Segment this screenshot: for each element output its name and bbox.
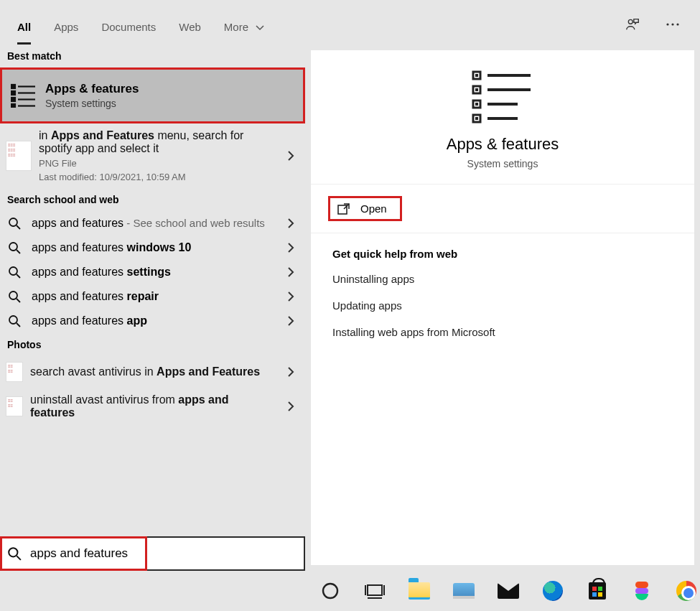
web-result-text: apps and features repair — [32, 290, 274, 303]
open-external-icon — [337, 203, 350, 215]
chevron-right-icon[interactable] — [282, 218, 299, 229]
best-match-result[interactable]: Apps & features System settings — [0, 67, 305, 123]
section-school-web: Search school and web — [0, 188, 305, 211]
svg-line-21 — [17, 323, 20, 327]
web-result-text: apps and features app — [32, 314, 274, 327]
svg-rect-31 — [475, 103, 478, 106]
svg-rect-28 — [475, 88, 478, 91]
search-box[interactable] — [0, 536, 305, 571]
section-best-match: Best match — [0, 45, 305, 67]
tab-all[interactable]: All — [6, 6, 42, 45]
search-icon — [6, 314, 23, 327]
svg-rect-25 — [475, 74, 478, 77]
web-result-text: apps and features - See school and web r… — [32, 217, 274, 230]
svg-line-23 — [17, 556, 21, 560]
search-icon — [6, 217, 23, 230]
edge-icon[interactable] — [541, 579, 565, 603]
chevron-right-icon[interactable] — [282, 366, 299, 378]
web-result-4[interactable]: apps and features app — [0, 309, 305, 333]
svg-rect-38 — [368, 585, 382, 595]
search-input[interactable] — [29, 546, 298, 561]
task-view-icon[interactable] — [363, 579, 387, 603]
chevron-right-icon[interactable] — [282, 401, 299, 412]
keyboard-app-icon[interactable] — [452, 579, 476, 603]
tab-more[interactable]: More — [213, 6, 276, 45]
file-result[interactable]: ≡≡≡≡≡≡≡≡≡ in Apps and Features menu, sea… — [0, 123, 305, 188]
mail-icon[interactable] — [496, 579, 521, 603]
chevron-down-icon — [256, 25, 264, 31]
preview-pane: Apps & features System settings Open Get… — [311, 50, 694, 565]
more-options-icon[interactable] — [663, 14, 683, 34]
best-match-title: Apps & features — [45, 82, 139, 96]
search-icon — [7, 546, 22, 561]
svg-line-17 — [17, 274, 20, 278]
chevron-right-icon[interactable] — [282, 315, 299, 327]
svg-rect-6 — [11, 91, 15, 95]
svg-point-37 — [323, 584, 337, 598]
help-link[interactable]: Installing web apps from Microsoft — [332, 326, 673, 338]
svg-rect-34 — [475, 117, 478, 120]
svg-point-16 — [9, 267, 17, 275]
chevron-right-icon[interactable] — [282, 150, 299, 162]
open-label: Open — [360, 202, 387, 215]
web-result-0[interactable]: apps and features - See school and web r… — [0, 211, 305, 235]
photo-result-1[interactable]: ≡≡≡≡ uninstall avast antivirus from apps… — [0, 388, 305, 425]
tab-documents[interactable]: Documents — [90, 6, 167, 45]
tab-web[interactable]: Web — [167, 6, 213, 45]
file-explorer-icon[interactable] — [407, 579, 431, 603]
chrome-icon[interactable] — [674, 579, 699, 603]
file-result-modified: Last modified: 10/9/2021, 10:59 AM — [39, 172, 275, 182]
help-link[interactable]: Uninstalling apps — [332, 273, 673, 285]
web-result-3[interactable]: apps and features repair — [0, 284, 305, 309]
open-button[interactable]: Open — [328, 196, 402, 221]
web-result-2[interactable]: apps and features settings — [0, 260, 305, 284]
svg-rect-10 — [11, 104, 15, 108]
search-icon — [6, 266, 23, 279]
cortana-icon[interactable] — [318, 579, 342, 603]
feedback-icon[interactable] — [622, 14, 643, 34]
search-icon — [6, 290, 23, 303]
microsoft-store-icon[interactable] — [585, 579, 610, 603]
file-result-type: PNG File — [39, 158, 275, 169]
svg-point-0 — [628, 19, 633, 24]
help-link[interactable]: Updating apps — [332, 299, 673, 312]
svg-rect-8 — [11, 98, 15, 101]
svg-point-18 — [9, 291, 17, 299]
help-section-title: Get quick help from web — [332, 248, 673, 260]
svg-point-12 — [9, 218, 17, 226]
preview-title: Apps & features — [447, 135, 559, 154]
search-results-pane: Best match Apps & features System settin… — [0, 45, 305, 571]
photo-thumbnail-icon: ≡≡≡≡ — [6, 362, 23, 382]
svg-line-15 — [17, 250, 20, 253]
chevron-right-icon[interactable] — [282, 291, 299, 302]
file-thumbnail-icon: ≡≡≡≡≡≡≡≡≡ — [6, 141, 32, 171]
photo-result-0[interactable]: ≡≡≡≡ search avast antivirus in Apps and … — [0, 356, 305, 388]
apps-features-list-icon — [9, 81, 38, 110]
preview-subtitle: System settings — [467, 158, 538, 169]
figma-icon[interactable] — [630, 579, 654, 603]
svg-point-1 — [666, 23, 668, 25]
web-result-text: apps and features windows 10 — [32, 241, 274, 254]
svg-line-19 — [17, 299, 20, 302]
chevron-right-icon[interactable] — [282, 266, 299, 278]
svg-point-2 — [671, 23, 673, 25]
file-result-title: in Apps and Features menu, search for sp… — [39, 129, 275, 155]
photo-thumbnail-icon: ≡≡≡≡ — [6, 396, 23, 416]
taskbar — [305, 571, 700, 611]
best-match-subtitle: System settings — [45, 98, 139, 109]
svg-point-14 — [9, 243, 17, 251]
chevron-right-icon[interactable] — [282, 242, 299, 253]
apps-features-preview-icon — [470, 67, 535, 125]
photo-result-text: search avast antivirus in Apps and Featu… — [30, 365, 275, 378]
search-filter-tabs: All Apps Documents Web More — [0, 0, 700, 45]
search-icon — [6, 241, 23, 254]
tab-more-label: More — [224, 21, 248, 33]
section-photos: Photos — [0, 333, 305, 356]
svg-point-22 — [9, 548, 17, 556]
svg-line-13 — [17, 225, 20, 229]
web-result-1[interactable]: apps and features windows 10 — [0, 235, 305, 260]
svg-rect-4 — [11, 85, 15, 88]
svg-point-3 — [676, 23, 678, 25]
web-result-text: apps and features settings — [32, 266, 274, 279]
tab-apps[interactable]: Apps — [42, 6, 90, 45]
